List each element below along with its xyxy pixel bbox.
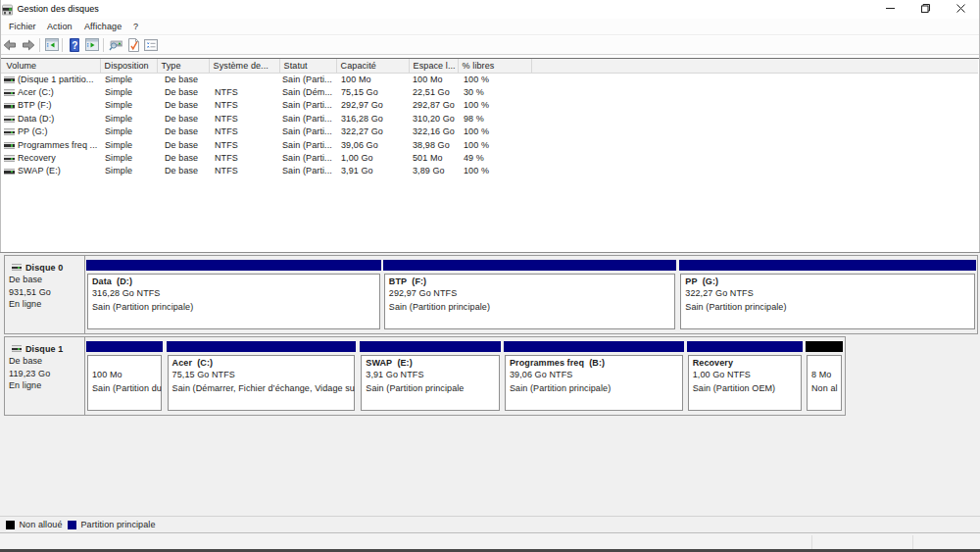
svg-text:?: ? [72,40,77,51]
